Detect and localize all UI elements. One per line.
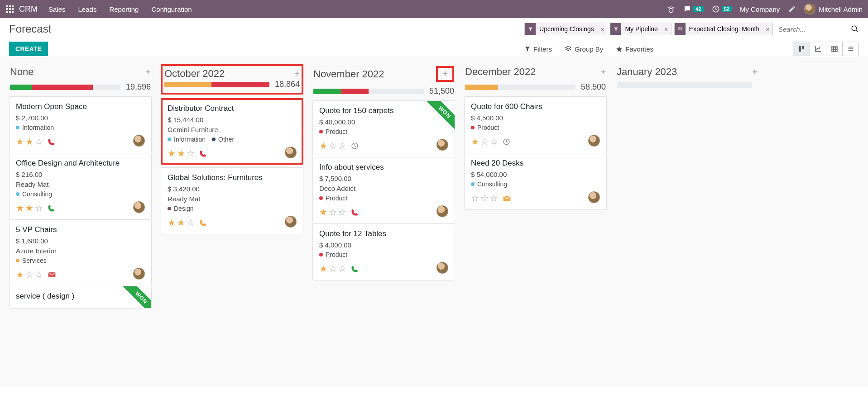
nav-leads[interactable]: Leads <box>78 5 97 13</box>
phone-icon[interactable] <box>199 219 207 227</box>
apps-icon[interactable] <box>5 5 14 14</box>
kanban-card[interactable]: Quote for 600 Chairs$ 4,500.00Product★☆☆ <box>464 96 607 153</box>
star-icon[interactable]: ★ <box>16 269 24 280</box>
kanban-card[interactable]: Distributor Contract$ 15,444.00Gemini Fu… <box>161 98 303 165</box>
column-add-button[interactable]: + <box>442 69 448 79</box>
phone-icon[interactable] <box>48 204 55 212</box>
star-icon[interactable]: ★ <box>177 217 185 228</box>
phone-icon[interactable] <box>351 209 359 216</box>
star-icon[interactable]: ☆ <box>490 136 498 147</box>
card-avatar[interactable] <box>588 191 600 205</box>
star-icon[interactable]: ☆ <box>35 269 43 280</box>
star-icon[interactable]: ★ <box>168 217 176 228</box>
card-avatar[interactable] <box>588 135 600 148</box>
kanban-card[interactable]: Quote for 12 Tables$ 4,000.00Product★☆☆ <box>312 223 455 280</box>
view-list-icon[interactable] <box>842 42 858 56</box>
kanban-card[interactable]: Info about services$ 7,500.00Deco Addict… <box>312 157 455 223</box>
nav-configuration[interactable]: Configuration <box>151 5 192 13</box>
mail-icon[interactable] <box>48 271 56 279</box>
column-add-button[interactable]: + <box>752 67 758 77</box>
star-icon[interactable]: ★ <box>319 140 327 151</box>
progress-segment <box>498 85 575 90</box>
column-add-button[interactable]: + <box>294 69 300 79</box>
nav-sales[interactable]: Sales <box>48 5 66 13</box>
clock-icon[interactable] <box>503 138 510 146</box>
star-icon[interactable]: ★ <box>25 136 34 147</box>
star-icon[interactable]: ☆ <box>329 140 337 151</box>
card-avatar[interactable] <box>133 268 145 281</box>
kanban-card[interactable]: Need 20 Desks$ 54,000.00Consulting☆☆☆ <box>464 153 607 210</box>
card-avatar[interactable] <box>436 262 448 275</box>
star-icon[interactable]: ☆ <box>187 148 195 159</box>
star-icon[interactable]: ☆ <box>490 193 498 204</box>
card-avatar[interactable] <box>133 201 145 215</box>
star-icon[interactable]: ☆ <box>480 136 489 147</box>
card-tags: Product <box>471 124 600 131</box>
star-icon[interactable]: ☆ <box>329 207 337 218</box>
star-icon[interactable]: ☆ <box>338 207 346 218</box>
star-icon[interactable]: ☆ <box>35 136 43 147</box>
star-icon[interactable]: ★ <box>16 136 24 147</box>
svg-point-0 <box>669 9 673 13</box>
view-pivot-icon[interactable] <box>826 42 842 56</box>
kanban-card[interactable]: Global Solutions: Furnitures$ 3,420.00Re… <box>161 167 303 234</box>
column-add-button[interactable]: + <box>600 67 606 77</box>
column-title: None <box>10 66 34 78</box>
star-icon[interactable]: ☆ <box>471 193 479 204</box>
star-icon[interactable]: ☆ <box>329 263 337 274</box>
star-icon[interactable]: ☆ <box>480 193 489 204</box>
card-avatar[interactable] <box>133 135 145 148</box>
kanban-card[interactable]: Office Design and Architecture$ 216.00Re… <box>9 153 152 219</box>
filters-button[interactable]: Filters <box>524 45 552 53</box>
avatar <box>436 262 448 274</box>
search-facet: Upcoming Closings× <box>524 23 607 35</box>
view-kanban-icon[interactable] <box>793 42 810 56</box>
company-label[interactable]: My Company <box>740 5 780 13</box>
view-graph-icon[interactable] <box>810 42 826 56</box>
column-total: 18,864 <box>275 80 300 89</box>
star-icon[interactable]: ★ <box>319 263 327 274</box>
star-icon[interactable]: ★ <box>16 203 24 214</box>
messages-icon[interactable]: 42 <box>683 5 703 13</box>
facet-remove-icon[interactable]: × <box>763 25 772 33</box>
column-total: 19,596 <box>126 82 151 92</box>
user-menu[interactable]: Mitchell Admin <box>804 4 863 14</box>
star-icon[interactable]: ★ <box>168 148 176 159</box>
dialer-icon[interactable] <box>667 5 675 13</box>
phone-icon[interactable] <box>48 138 55 146</box>
phone-icon[interactable] <box>199 150 207 157</box>
debug-icon[interactable] <box>788 5 796 13</box>
groupby-button[interactable]: Group By <box>565 45 603 53</box>
card-avatar[interactable] <box>436 205 448 219</box>
favorites-button[interactable]: Favorites <box>616 45 653 53</box>
card-avatar[interactable] <box>285 147 297 160</box>
star-icon[interactable]: ★ <box>319 207 327 218</box>
search-icon[interactable] <box>851 25 859 33</box>
column-add-button[interactable]: + <box>145 67 151 77</box>
facet-remove-icon[interactable]: × <box>598 25 607 33</box>
star-icon[interactable]: ★ <box>25 203 34 214</box>
activities-icon[interactable]: 52 <box>712 5 732 13</box>
card-avatar[interactable] <box>436 139 448 152</box>
kanban-card[interactable]: 5 VP Chairs$ 1,680.00Azure InteriorServi… <box>9 219 152 286</box>
star-icon[interactable]: ★ <box>471 136 479 147</box>
mail-icon[interactable] <box>503 194 511 203</box>
phone-icon[interactable] <box>351 265 359 273</box>
nav-reporting[interactable]: Reporting <box>109 5 139 13</box>
kanban-card[interactable]: WONservice ( design ) <box>9 286 152 309</box>
star-icon[interactable]: ☆ <box>35 203 43 214</box>
card-avatar[interactable] <box>285 216 297 229</box>
star-icon[interactable]: ★ <box>177 148 185 159</box>
star-icon[interactable]: ☆ <box>338 140 346 151</box>
facet-remove-icon[interactable]: × <box>662 25 671 33</box>
star-icon[interactable]: ☆ <box>25 269 34 280</box>
brand[interactable]: CRM <box>19 5 38 14</box>
create-button[interactable]: CREATE <box>9 42 48 56</box>
star-icon[interactable]: ☆ <box>338 263 346 274</box>
clock-icon[interactable] <box>351 142 359 150</box>
star-icon[interactable]: ☆ <box>187 217 195 228</box>
kanban-card[interactable]: WONQuote for 150 carpets$ 40,000.00Produ… <box>312 100 455 157</box>
kanban-card[interactable]: Modern Open Space$ 2,700.00Information★★… <box>9 96 152 153</box>
search-input[interactable] <box>776 24 848 35</box>
facet-label: Upcoming Closings <box>536 24 598 34</box>
